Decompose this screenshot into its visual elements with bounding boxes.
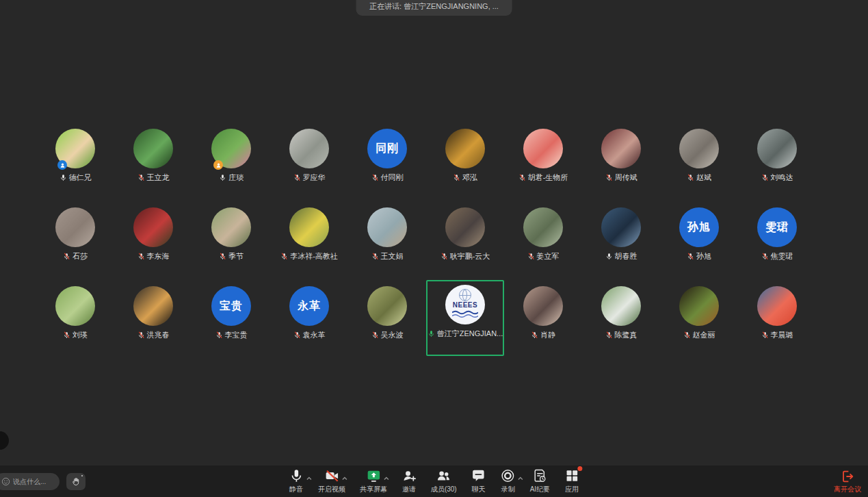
toolbar-apps-button[interactable]: 应用 — [562, 468, 581, 494]
participant-tile[interactable]: 王立龙 — [114, 123, 192, 199]
participant-tile[interactable]: 陈鹭真 — [582, 280, 660, 356]
toolbar-mute-button[interactable]: 静音 — [287, 468, 306, 494]
participant-tile[interactable]: 邓泓 — [426, 123, 504, 199]
participant-tile[interactable]: 王文娟 — [348, 201, 426, 277]
participant-tile[interactable]: NEEES 曾江宁ZENGJIAN... — [426, 280, 504, 356]
participant-avatar — [211, 207, 251, 247]
raise-hand-button[interactable] — [66, 473, 86, 490]
bottom-toolbar: 静音 开启视频 共享屏幕 邀请 成员(30) 聊天 录制 AI纪要 应用 离开会… — [0, 466, 868, 497]
participant-tile[interactable]: 李晨璐 — [738, 280, 816, 356]
chevron-up-icon[interactable] — [518, 476, 524, 481]
mic-status-icon — [605, 331, 613, 339]
participant-name: 刘鸣达 — [771, 173, 793, 183]
chevron-up-icon[interactable] — [383, 476, 389, 481]
participant-name: 曾江宁ZENGJIAN... — [437, 329, 503, 339]
participant-avatar — [679, 286, 719, 326]
toolbar-record-button[interactable]: 录制 — [499, 468, 518, 494]
participant-tile[interactable]: 同刚 付同刚 — [348, 123, 426, 199]
participant-label: 赵斌 — [687, 173, 711, 183]
participant-avatar — [55, 286, 95, 326]
mic-status-icon — [293, 174, 301, 181]
chevron-up-icon[interactable] — [341, 476, 347, 481]
participant-tile[interactable]: 永革 袁永革 — [270, 280, 348, 356]
participant-tile[interactable]: 刘鸣达 — [738, 123, 816, 199]
participant-avatar: 同刚 — [367, 129, 407, 168]
participant-tile[interactable]: 肖静 — [504, 280, 582, 356]
toolbar-label: 开启视频 — [318, 485, 345, 494]
leave-meeting-icon — [840, 469, 855, 484]
participant-tile[interactable]: 李冰祥-高教社 — [270, 201, 348, 277]
participant-avatar: 宝贵 — [211, 286, 251, 326]
participant-tile[interactable]: 季节 — [192, 201, 270, 277]
participant-avatar — [55, 129, 95, 168]
participant-avatar — [601, 286, 641, 326]
participant-label: 李宝贵 — [215, 330, 248, 340]
participant-tile[interactable]: 姜立军 — [504, 201, 582, 277]
participant-tile[interactable]: 赵斌 — [660, 123, 738, 199]
leave-meeting-button[interactable]: 离开会议 — [834, 469, 861, 494]
participant-label: 李冰祥-高教社 — [280, 251, 338, 262]
participant-name: 王文娟 — [381, 251, 404, 262]
participant-tile[interactable]: 罗应华 — [270, 123, 348, 199]
mic-status-icon — [761, 331, 769, 339]
participant-avatar — [445, 207, 485, 247]
participant-tile[interactable]: 胡春胜 — [582, 201, 660, 277]
floating-handle[interactable] — [0, 431, 9, 450]
invite-icon — [402, 468, 417, 483]
hand-dot — [81, 475, 83, 476]
avatar-initials: 孙旭 — [687, 220, 711, 235]
toolbar-ai-notes-button[interactable]: AI纪要 — [528, 468, 552, 494]
mic-status-icon — [683, 331, 691, 339]
avatar-initials: 雯珺 — [765, 220, 789, 235]
participant-tile[interactable]: 德仁兄 — [36, 123, 114, 199]
toolbar-share-button[interactable]: 共享屏幕 — [358, 468, 389, 494]
mic-status-icon — [527, 253, 535, 260]
mic-status-icon — [761, 174, 769, 181]
toolbar-label: 共享屏幕 — [360, 485, 387, 494]
participant-tile[interactable]: 庄琰 — [192, 123, 270, 199]
toolbar-chat-button[interactable]: 聊天 — [469, 468, 488, 494]
logo-globe-icon — [459, 289, 471, 301]
participant-label: 孙旭 — [687, 251, 711, 262]
chat-icon — [471, 468, 486, 483]
participant-name: 陈鹭真 — [615, 330, 637, 340]
participant-label: 胡春胜 — [605, 251, 637, 262]
participant-avatar — [445, 129, 485, 168]
participant-avatar — [757, 129, 797, 168]
participant-label: 李晨璐 — [761, 330, 793, 340]
mic-status-icon — [687, 174, 694, 181]
participant-name: 李东海 — [147, 251, 170, 262]
avatar-initials: 宝贵 — [220, 299, 243, 314]
share-screen-icon — [366, 468, 381, 483]
participant-tile[interactable]: 雯珺 焦雯珺 — [738, 201, 816, 277]
toolbar-members-button[interactable]: 成员(30) — [429, 468, 459, 494]
participant-tile[interactable]: 赵金丽 — [660, 280, 738, 356]
members-icon — [436, 468, 451, 483]
logo-text: NEEES — [453, 302, 477, 309]
toolbar-video-button[interactable]: 开启视频 — [316, 468, 347, 494]
participant-tile[interactable]: 宝贵 李宝贵 — [192, 280, 270, 356]
toolbar-invite-button[interactable]: 邀请 — [399, 468, 419, 494]
participant-name: 袁永革 — [303, 330, 326, 340]
participant-label: 焦雯珺 — [761, 251, 793, 262]
participant-tile[interactable]: 胡君-生物所 — [504, 123, 582, 199]
participant-name: 罗应华 — [303, 173, 326, 183]
participant-avatar — [133, 129, 173, 168]
participant-label: 邓泓 — [453, 173, 477, 183]
participant-tile[interactable]: 周传斌 — [582, 123, 660, 199]
avatar-initials: 永革 — [298, 299, 321, 314]
participant-tile[interactable]: 刘瑛 — [36, 280, 114, 356]
emoji-icon[interactable] — [1, 477, 10, 486]
participant-tile[interactable]: 石莎 — [36, 201, 114, 277]
participant-tile[interactable]: 孙旭 孙旭 — [660, 201, 738, 277]
participant-avatar — [679, 129, 719, 168]
leave-meeting-label: 离开会议 — [834, 485, 861, 494]
participant-tile[interactable]: 吴永波 — [348, 280, 426, 356]
participant-tile[interactable]: 洪兆春 — [114, 280, 192, 356]
participant-avatar: NEEES — [445, 285, 485, 324]
participant-name: 石莎 — [73, 251, 88, 262]
participant-tile[interactable]: 耿宇鹏-云大 — [426, 201, 504, 277]
participant-name: 赵斌 — [696, 173, 711, 183]
participant-tile[interactable]: 李东海 — [114, 201, 192, 277]
chevron-up-icon[interactable] — [306, 476, 312, 481]
